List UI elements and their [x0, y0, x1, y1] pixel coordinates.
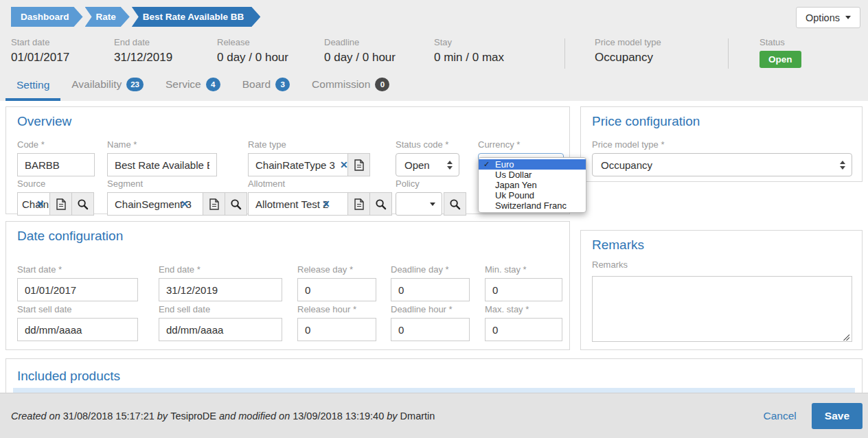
- audit-info: Created on31/08/2018 15:17:21byTesiproDE…: [11, 411, 437, 422]
- remarks-panel: Remarks Remarks: [580, 230, 863, 350]
- save-button[interactable]: Save: [812, 403, 863, 429]
- rate-type-detail-button[interactable]: [347, 153, 370, 176]
- name-input[interactable]: [107, 153, 217, 176]
- breadcrumb-rate[interactable]: Rate: [85, 7, 130, 27]
- select-stepper-icon: [447, 161, 453, 170]
- chevron-down-icon: [845, 16, 851, 19]
- deadline-hour-input[interactable]: [391, 318, 470, 341]
- tab-setting[interactable]: Setting: [5, 73, 60, 101]
- date-configuration-panel: Date configuration Start date * End date…: [5, 221, 570, 350]
- policy-field-group: Policy: [396, 178, 466, 216]
- end-date-input[interactable]: [159, 278, 282, 301]
- overview-title: Overview: [17, 114, 71, 129]
- end-date-field-group: End date *: [159, 264, 282, 301]
- policy-search-button[interactable]: [444, 192, 466, 216]
- code-field-group: Code *: [17, 139, 95, 176]
- max-stay-field-group: Max. stay *: [485, 304, 562, 341]
- source-search-button[interactable]: [71, 192, 94, 216]
- clear-icon[interactable]: ✕: [322, 198, 330, 209]
- board-count-badge: 3: [275, 78, 290, 91]
- status-badge: Open: [760, 51, 801, 68]
- clear-icon[interactable]: ✕: [181, 198, 189, 209]
- segment-detail-button[interactable]: [203, 192, 225, 216]
- summary-bar: Start date 01/01/2017 End date 31/12/201…: [0, 33, 868, 72]
- allotment-field-group: Allotment Allotment Test 2 ✕: [248, 178, 394, 216]
- check-icon: ✓: [483, 159, 490, 170]
- search-icon: [77, 198, 89, 210]
- price-model-type-select[interactable]: Occupancy: [592, 153, 852, 176]
- footer-actions: Cancel Save: [764, 403, 863, 429]
- remarks-label: Remarks: [592, 260, 628, 273]
- allotment-search-button[interactable]: [369, 192, 392, 216]
- start-date-input[interactable]: [17, 278, 138, 301]
- rate-type-field-group: Rate type ChainRateType 3 ✕: [248, 139, 371, 176]
- tab-service[interactable]: Service 4: [155, 72, 231, 101]
- tab-commission[interactable]: Commission 0: [301, 72, 400, 101]
- currency-option-uk-pound[interactable]: Uk Pound: [479, 190, 586, 200]
- breadcrumb-current: Best Rate Available BB: [132, 7, 261, 27]
- chevron-down-icon: [430, 203, 435, 206]
- footer-bar: Created on31/08/2018 15:17:21byTesiproDE…: [0, 393, 868, 438]
- clear-icon[interactable]: ✕: [340, 159, 348, 170]
- price-configuration-title: Price configuration: [592, 114, 700, 129]
- clear-icon[interactable]: ✕: [36, 198, 45, 209]
- source-input[interactable]: Chain: [17, 192, 50, 216]
- segment-field-group: Segment ChainSegment 3 ✕: [107, 178, 249, 216]
- date-configuration-title: Date configuration: [17, 229, 123, 244]
- tab-board[interactable]: Board 3: [231, 72, 301, 101]
- start-sell-date-input[interactable]: [17, 318, 138, 341]
- search-icon: [230, 198, 242, 210]
- source-detail-button[interactable]: [49, 192, 72, 216]
- deadline-day-input[interactable]: [391, 278, 470, 301]
- service-count-badge: 4: [206, 78, 220, 91]
- source-field-group: Source Chain ✕: [17, 178, 95, 216]
- tab-availability[interactable]: Availability 23: [60, 72, 155, 101]
- cancel-button[interactable]: Cancel: [764, 410, 797, 422]
- price-model-type-field-group: Price model type * Occupancy: [592, 139, 852, 176]
- currency-option-switzerland-franc[interactable]: Switzerland Franc: [479, 200, 586, 211]
- tab-bar: Setting Availability 23 Service 4 Board …: [5, 75, 400, 101]
- release-day-field-group: Release day *: [297, 264, 376, 301]
- segment-search-button[interactable]: [225, 192, 247, 216]
- summary-status: Status Open: [760, 37, 801, 68]
- options-button[interactable]: Options: [796, 7, 860, 28]
- segment-input[interactable]: ChainSegment 3: [107, 192, 203, 216]
- allotment-detail-button[interactable]: [347, 192, 370, 216]
- currency-option-us-dollar[interactable]: Us Dollar: [479, 170, 586, 180]
- allotment-input[interactable]: Allotment Test 2: [248, 192, 348, 216]
- release-day-input[interactable]: [297, 278, 376, 301]
- min-stay-field-group: Min. stay *: [485, 264, 562, 301]
- rate-type-input[interactable]: ChainRateType 3 ✕: [248, 153, 348, 176]
- code-input[interactable]: [17, 153, 95, 176]
- breadcrumb: Dashboard Rate Best Rate Available BB: [11, 7, 262, 27]
- rate-detail-page: Dashboard Rate Best Rate Available BB Op…: [0, 0, 868, 438]
- policy-select[interactable]: [396, 192, 442, 216]
- release-hour-input[interactable]: [297, 318, 376, 341]
- start-sell-date-field-group: Start sell date: [17, 304, 138, 341]
- start-date-field-group: Start date *: [17, 264, 138, 301]
- breadcrumb-dashboard[interactable]: Dashboard: [11, 7, 83, 27]
- status-code-select[interactable]: Open: [396, 153, 459, 176]
- currency-option-japan-yen[interactable]: Japan Yen: [479, 180, 586, 190]
- summary-divider: [564, 38, 565, 69]
- deadline-day-field-group: Deadline day *: [391, 264, 470, 301]
- page-header: Dashboard Rate Best Rate Available BB Op…: [0, 0, 868, 101]
- min-stay-input[interactable]: [485, 278, 562, 301]
- summary-divider: [728, 38, 729, 69]
- select-stepper-icon: [840, 161, 845, 170]
- end-sell-date-field-group: End sell date: [159, 304, 282, 341]
- deadline-hour-field-group: Deadline hour *: [391, 304, 470, 341]
- end-sell-date-input[interactable]: [159, 318, 282, 341]
- summary-deadline: Deadline 0 day / 0 hour: [324, 37, 396, 65]
- currency-option-euro[interactable]: ✓ Euro: [479, 159, 586, 170]
- document-icon: [354, 198, 364, 210]
- document-icon: [56, 198, 66, 210]
- search-icon: [449, 198, 461, 210]
- remarks-title: Remarks: [592, 238, 644, 253]
- max-stay-input[interactable]: [485, 318, 562, 341]
- remarks-textarea[interactable]: [592, 276, 852, 342]
- release-hour-field-group: Release hour *: [297, 304, 376, 341]
- document-icon: [209, 198, 219, 210]
- included-products-title: Included products: [17, 369, 120, 384]
- document-icon: [354, 159, 364, 171]
